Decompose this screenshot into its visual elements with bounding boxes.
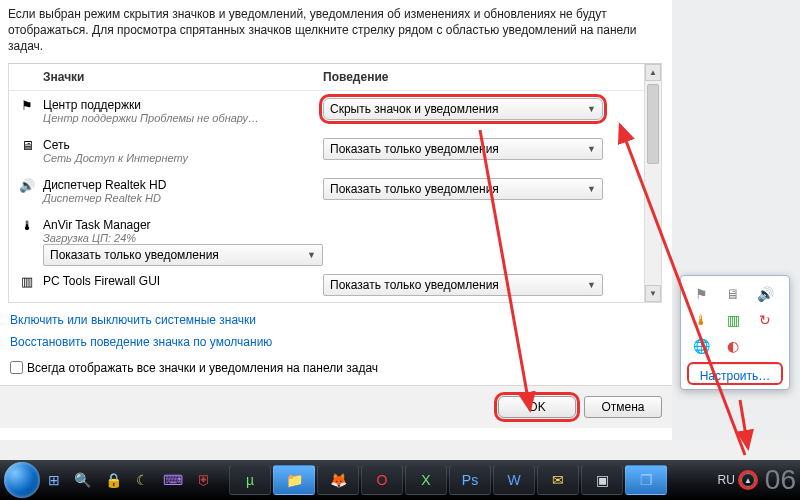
flag-icon: ⚑ bbox=[19, 98, 35, 114]
firefox-icon[interactable]: 🦊 bbox=[317, 465, 359, 495]
always-show-checkbox[interactable] bbox=[10, 361, 23, 374]
row-title: Диспетчер Realtek HD bbox=[43, 178, 323, 192]
button-bar: OK Отмена bbox=[0, 385, 672, 428]
desktop-icon[interactable]: ⊞ bbox=[48, 472, 60, 488]
monitor-icon[interactable]: 🖥 bbox=[723, 284, 743, 304]
ok-button[interactable]: OK bbox=[498, 396, 576, 418]
row-title: Сеть bbox=[43, 138, 323, 152]
icon-row: 🖥СетьСеть Доступ к ИнтернетуПоказать тол… bbox=[9, 134, 644, 174]
restore-default-link[interactable]: Восстановить поведение значка по умолчан… bbox=[10, 335, 662, 349]
icon-row: 🌡AnVir Task ManagerЗагрузка ЦП: 24%Показ… bbox=[9, 214, 644, 270]
cancel-button[interactable]: Отмена bbox=[584, 396, 662, 418]
speaker-icon[interactable]: 🔊 bbox=[755, 284, 775, 304]
links-area: Включить или выключить системные значки … bbox=[0, 303, 672, 359]
utorrent-icon[interactable]: µ bbox=[229, 465, 271, 495]
keyboard-icon[interactable]: ⌨ bbox=[163, 472, 183, 488]
icon-row: 🔊Диспетчер Realtek HDДиспетчер Realtek H… bbox=[9, 174, 644, 214]
header-behavior: Поведение bbox=[323, 70, 651, 84]
customize-link[interactable]: Настроить… bbox=[689, 364, 781, 383]
behavior-combo[interactable]: Показать только уведомления▼ bbox=[43, 244, 323, 266]
opera-icon[interactable]: O bbox=[361, 465, 403, 495]
lock-icon[interactable]: 🔒 bbox=[105, 472, 122, 488]
row-subtitle: Диспетчер Realtek HD bbox=[43, 192, 323, 204]
globe-icon[interactable]: 🌐 bbox=[691, 336, 711, 356]
monitor-icon: 🖥 bbox=[19, 138, 35, 154]
tray-chevron-icon[interactable]: ▲ bbox=[741, 473, 755, 487]
ccleaner-icon[interactable]: ◐ bbox=[723, 336, 743, 356]
photoshop-icon[interactable]: Ps bbox=[449, 465, 491, 495]
tray-overflow-popup: ⚑🖥🔊🌡▥↻🌐◐ Настроить… bbox=[680, 275, 790, 390]
system-tray: RU ▲ 06 bbox=[718, 464, 797, 496]
row-subtitle: Центр поддержки Проблемы не обнару… bbox=[43, 112, 323, 124]
icon-row: ▥PC Tools Firewall GUIПоказать только ув… bbox=[9, 270, 644, 303]
flag-icon[interactable]: ⚑ bbox=[691, 284, 711, 304]
firewall-icon[interactable]: ▥ bbox=[723, 310, 743, 330]
row-title: PC Tools Firewall GUI bbox=[43, 274, 323, 288]
magnify-icon[interactable]: 🔍 bbox=[74, 472, 91, 488]
app-icon[interactable]: ▣ bbox=[581, 465, 623, 495]
taskbar: ⊞🔍🔒☾⌨⛨ µ📁🦊OXPsW✉▣❐ RU ▲ 06 bbox=[0, 460, 800, 500]
scroll-thumb[interactable] bbox=[647, 84, 659, 164]
chevron-down-icon: ▼ bbox=[307, 250, 316, 260]
intro-text: Если выбран режим скрытия значков и увед… bbox=[0, 0, 672, 63]
start-button[interactable] bbox=[4, 462, 40, 498]
row-title: AnVir Task Manager bbox=[43, 218, 323, 232]
behavior-combo[interactable]: Показать только уведомления▼ bbox=[323, 274, 603, 296]
mail-icon[interactable]: ✉ bbox=[537, 465, 579, 495]
behavior-combo[interactable]: Показать только уведомления▼ bbox=[323, 138, 603, 160]
scroll-down-button[interactable]: ▼ bbox=[645, 285, 661, 302]
firewall-icon: ▥ bbox=[19, 274, 35, 290]
behavior-combo[interactable]: Показать только уведомления▼ bbox=[323, 178, 603, 200]
vertical-scrollbar[interactable]: ▲ ▼ bbox=[644, 64, 661, 302]
chevron-down-icon: ▼ bbox=[587, 104, 596, 114]
row-subtitle: Загрузка ЦП: 24% bbox=[43, 232, 323, 244]
notification-area-settings-window: Если выбран режим скрытия значков и увед… bbox=[0, 0, 672, 440]
icon-row: ⚑Центр поддержкиЦентр поддержки Проблемы… bbox=[9, 94, 644, 134]
toggle-system-icons-link[interactable]: Включить или выключить системные значки bbox=[10, 313, 662, 327]
anvir-icon[interactable]: 🌡 bbox=[691, 310, 711, 330]
always-show-row: Всегда отображать все значки и уведомлен… bbox=[0, 359, 672, 385]
explorer-icon[interactable]: 📁 bbox=[273, 465, 315, 495]
word-icon[interactable]: W bbox=[493, 465, 535, 495]
speaker-icon: 🔊 bbox=[19, 178, 35, 194]
anvir-icon: 🌡 bbox=[19, 218, 35, 234]
header-icons: Значки bbox=[43, 70, 323, 84]
scroll-up-button[interactable]: ▲ bbox=[645, 64, 661, 81]
clock-fragment: 06 bbox=[765, 464, 796, 496]
row-subtitle: Сеть Доступ к Интернету bbox=[43, 152, 323, 164]
sync-icon[interactable]: ↻ bbox=[755, 310, 775, 330]
column-headers: Значки Поведение bbox=[9, 64, 661, 91]
row-title: Центр поддержки bbox=[43, 98, 323, 112]
always-show-label: Всегда отображать все значки и уведомлен… bbox=[27, 361, 378, 375]
shield-icon[interactable]: ⛨ bbox=[197, 472, 211, 488]
excel-icon[interactable]: X bbox=[405, 465, 447, 495]
chevron-down-icon: ▼ bbox=[587, 184, 596, 194]
chevron-down-icon: ▼ bbox=[587, 280, 596, 290]
window-icon[interactable]: ❐ bbox=[625, 465, 667, 495]
sleep-icon[interactable]: ☾ bbox=[136, 472, 149, 488]
lang-indicator[interactable]: RU bbox=[718, 473, 735, 487]
icon-list: Значки Поведение ⚑Центр поддержкиЦентр п… bbox=[8, 63, 662, 303]
behavior-combo[interactable]: Скрыть значок и уведомления▼ bbox=[323, 98, 603, 120]
chevron-down-icon: ▼ bbox=[587, 144, 596, 154]
